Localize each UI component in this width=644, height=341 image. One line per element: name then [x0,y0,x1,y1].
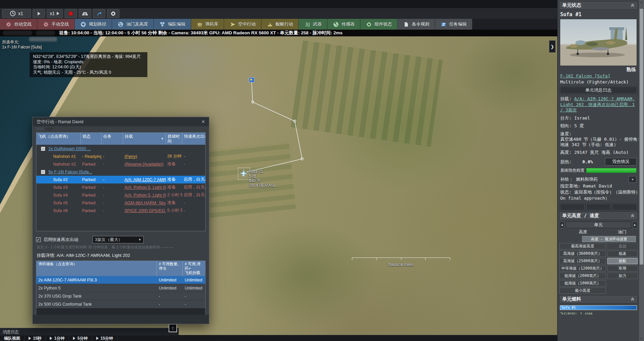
aircraft-row[interactable]: Sufa #2 Parked - A/A: AIM-120C-7 AMRAA..… [36,176,205,183]
altitude-preset-button[interactable]: 低海拔（2000英尺） [559,273,606,279]
aircraft-row[interactable]: Sufa #5 Parked - AGM-88A HARM, Skyshiel.… [36,199,205,207]
throttle-preset-button[interactable]: 加力 [607,273,638,279]
altitude-preset-button[interactable]: 高海拔（36000英尺） [559,250,606,257]
next-unit-button[interactable]: ▶ [632,221,638,228]
dam-button[interactable] [79,9,91,18]
toolbar-button[interactable]: 条令规则 [398,19,435,30]
collapse-icon[interactable]: − [41,170,45,174]
time-step-button[interactable]: 1分钟 [46,335,69,341]
dialog-tab[interactable] [36,128,44,130]
time-step-button[interactable]: 5分钟 [69,335,92,341]
toolbar-button[interactable]: 编队编辑 [154,19,191,30]
col-ammo-loaded[interactable]: # 可用,弹药+飞机挂载 [183,261,205,276]
aircraft-loadout-link[interactable]: (Reserve [Available]) [123,162,166,167]
supply-dropdown[interactable]: ▼ [629,176,637,183]
toolbar-button[interactable]: 空中行动 [224,19,261,30]
aircraft-loadout-link[interactable]: A/A: Python 5, Light 004 [123,193,166,198]
loadout-link[interactable]: A/A: AIM-120C-7 AMRAAM, Light 202，快速再次出动… [560,96,635,112]
ammo-row[interactable]: 2x 370 USG Drop Tank - - [36,292,205,300]
close-icon[interactable]: × [202,118,205,125]
col-status[interactable]: 状态 [81,133,102,145]
aircraft-row[interactable]: Nahshon #2 Parked - (Reserve [Available]… [36,160,205,168]
settings-button[interactable] [107,9,119,18]
toolbar-button[interactable]: 规划路径 [75,19,112,30]
throttle-preset-button[interactable]: 巡航 [607,258,638,264]
damage-report-button[interactable]: 毁伤情况 [605,158,637,166]
record-button[interactable] [65,9,77,18]
col-quick[interactable]: 快速再次出动 [182,133,206,145]
altitude-preset-button[interactable]: 最小高度 [559,287,606,294]
sidebar-scrollbar[interactable]: ▲ ▼ [639,0,644,341]
airbase-icon[interactable] [249,77,254,82]
dialog-titlebar[interactable]: 空中行动 - Ramat David × [33,117,209,126]
sorties-dropdown[interactable]: 3架次（最大） ▼ [93,236,144,243]
aircraft-loadout-link[interactable]: (Ferry) [123,154,166,159]
collapse-chevron-icon[interactable] [631,214,635,217]
aircraft-row[interactable]: Sufa #6 Parked - SPICE 2000 GPS/EO [Mk84… [36,207,205,214]
time-compression-button[interactable]: x1 [2,9,31,18]
toolbar-button[interactable]: 油门及高度 [112,19,154,30]
time-step-button[interactable]: 15秒 [25,335,46,341]
altitude-preset-button[interactable]: 高海拔（25000英尺） [559,258,606,264]
quick-turnaround-checkbox[interactable] [36,237,41,242]
throttle-preset-button[interactable]: 盘旋 [607,243,638,249]
toolbar-button[interactable]: 自动交战 [0,19,37,30]
toolbar-button[interactable]: 传感器 [327,19,360,30]
aircraft-row[interactable]: Sufa #3 Parked - A/A: Python 5, Light 00… [36,183,205,191]
altitude-speed-header[interactable]: 单元高度 / 速度 [559,212,638,220]
aircraft-loadout-link[interactable]: AGM-88A HARM, Skyshiel... [123,201,166,205]
scrollbar-thumb[interactable] [640,9,643,265]
step-button[interactable]: x1 [47,9,63,18]
unit-fuel-header[interactable]: 单元燃料 [559,295,638,303]
aircraft-loadout-link[interactable]: A/A: AIM-120C-7 AMRAA... [123,177,166,182]
throttle-preset-button[interactable]: 军用 [607,265,638,272]
toolbar-button[interactable]: 手动交战 [37,19,75,30]
toolbar-button[interactable]: 弹药库 [191,19,224,30]
time-step-button[interactable]: 15分钟 [92,335,117,341]
col-aircraft[interactable]: 飞机（点击查询） [36,133,81,145]
prev-unit-button[interactable]: ◀ [559,221,565,228]
play-button[interactable] [33,9,45,18]
scroll-down-icon[interactable]: ▼ [639,337,644,340]
toolbar-button[interactable]: 任务编辑 [435,19,472,30]
jump-button[interactable] [93,9,105,18]
sidebar-expander-tab[interactable]: ❯ [549,40,556,53]
unit-status-header[interactable]: 单元状态 [559,1,638,9]
message-log-panel[interactable]: 消息日志 [0,328,179,336]
unit-detail-button[interactable] [586,204,611,210]
aircraft-row[interactable]: Sufa #4 Parked - A/A: Python 5, Light 00… [36,191,205,199]
unit-type-link[interactable]: F-16I Falcon [Sufa] [560,73,610,78]
toolbar-button[interactable]: 武器 [299,19,327,30]
altitude-preset-button[interactable]: 中等海拔（12000英尺） [559,265,606,272]
aircraft-group-row[interactable]: − 5x F-16I Falcon [Sufa... [36,168,205,176]
formation-view-button[interactable]: 编队视图 [0,335,25,341]
ammo-row[interactable]: 2x 500 USG Conformal Tank - - [36,300,205,308]
col-ammo-name[interactable]: 弹药储备（点击查询） [36,261,157,276]
altitude-preset-button[interactable]: 低海拔（1000英尺） [559,280,606,286]
collapse-chevron-icon[interactable] [631,4,635,7]
aircraft-loadout-link[interactable]: A/A: Python 5, Light 004 [123,185,166,190]
unit-detail-button[interactable] [612,204,637,210]
col-ammo-magazine[interactable]: # 可用数量,弹仓 [157,261,183,276]
ammo-row[interactable]: 2x AIM-120C-7 AMRAAM P3I.3 Unlimited Unl… [36,276,205,284]
aircraft-loadout-link[interactable]: SPICE 2000 GPS/EO [Mk84]... [123,208,166,213]
ammo-row[interactable]: 2x Python 5 Unlimited Unlimited [36,284,205,292]
aircraft-row[interactable]: Nahshon #1 - Readying - (Ferry) 26 分钟 - [36,152,205,160]
aircraft-group-link[interactable]: 5x F-16I Falcon [Sufa... [48,170,92,174]
unit-message-log-button[interactable]: 单元消息日志 [560,87,637,94]
cancel-manual-altitude-button[interactable]: 高度 - 取消手动设置 [582,236,636,242]
collapse-icon[interactable]: − [41,147,45,151]
col-mission[interactable]: 任务 [102,133,123,145]
col-ready[interactable]: 就绪时间 [166,133,182,145]
aircraft-group-link[interactable]: 2x Gulfstream G550 ... [48,146,91,151]
dialog-tab[interactable] [45,128,53,130]
aircraft-group-row[interactable]: − 2x Gulfstream G550 ... [36,145,205,152]
altitude-preset-button[interactable]: 最高海拔高度 [559,243,606,249]
aircraft-icon[interactable] [239,169,248,178]
toolbar-button[interactable]: 组件状态 [360,19,398,30]
throttle-preset-button[interactable]: 低速 [607,250,638,257]
unit-detail-button[interactable] [560,204,585,210]
scroll-up-icon[interactable]: ▲ [639,1,644,4]
col-loadout[interactable]: 挂载▼ [123,133,166,145]
expand-up-button[interactable]: ↑ [169,324,177,332]
